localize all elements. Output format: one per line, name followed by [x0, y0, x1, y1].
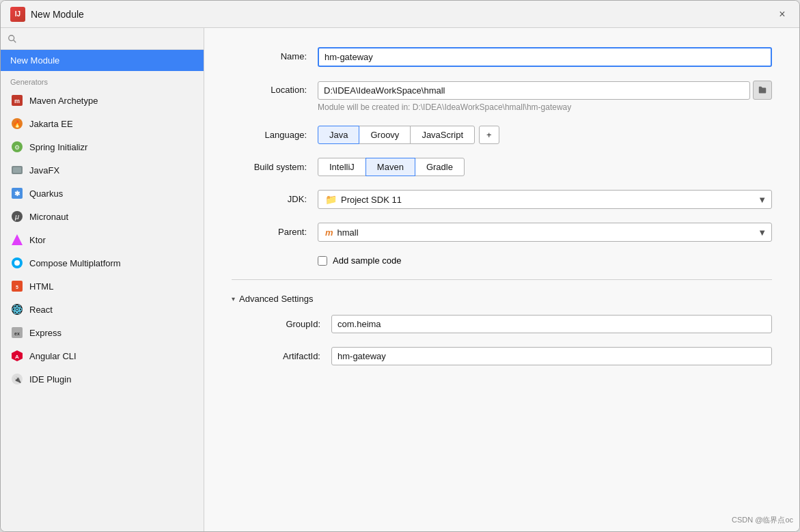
dialog-content: New Module Generators m Maven Archetype … — [1, 28, 799, 531]
language-row: Language: Java Groovy JavaScript + — [232, 126, 772, 144]
ktor-icon — [10, 233, 24, 247]
sidebar-item-jakarta-ee[interactable]: 🔥 Jakarta EE — [1, 112, 204, 135]
build-system-label: Build system: — [232, 158, 307, 172]
svg-line-1 — [14, 40, 16, 42]
sidebar-item-express[interactable]: ex Express — [1, 321, 204, 344]
sample-code-spacer — [232, 255, 307, 260]
search-input[interactable] — [20, 33, 197, 44]
jdk-value: Project SDK 11 — [341, 195, 402, 205]
chevron-down-icon: ▾ — [232, 295, 235, 303]
titlebar: IJ New Module × — [1, 1, 799, 28]
parent-row: Parent: m hmall ▼ — [232, 223, 772, 242]
sidebar-item-ktor[interactable]: Ktor — [1, 228, 204, 251]
add-sample-code-row: Add sample code — [318, 255, 772, 266]
jakarta-icon: 🔥 — [10, 117, 24, 130]
parent-dropdown[interactable]: m hmall ▼ — [318, 223, 772, 242]
language-java-button[interactable]: Java — [318, 126, 359, 144]
language-label: Language: — [232, 126, 307, 140]
svg-point-0 — [9, 35, 14, 40]
build-maven-button[interactable]: Maven — [365, 158, 415, 176]
svg-text:✱: ✱ — [14, 190, 20, 197]
svg-marker-14 — [12, 234, 23, 245]
name-input[interactable] — [318, 47, 772, 67]
sidebar-item-html[interactable]: 5 HTML — [1, 275, 204, 298]
parent-dropdown-display[interactable]: m hmall — [318, 223, 772, 242]
build-system-button-group: IntelliJ Maven Gradle — [318, 158, 772, 176]
sidebar-item-maven-archetype[interactable]: m Maven Archetype — [1, 89, 204, 112]
quarkus-icon: ✱ — [10, 186, 24, 200]
group-id-label: GroupId: — [245, 315, 320, 329]
jdk-dropdown[interactable]: 📁 Project SDK 11 ▼ — [318, 190, 772, 209]
artifact-id-input[interactable] — [331, 347, 772, 365]
svg-text:🔌: 🔌 — [14, 376, 22, 384]
add-sample-code-label: Add sample code — [333, 255, 401, 266]
language-groovy-button[interactable]: Groovy — [359, 126, 411, 144]
parent-label: Parent: — [232, 223, 307, 237]
jdk-dropdown-display[interactable]: 📁 Project SDK 11 — [318, 190, 772, 209]
sidebar-item-micronaut[interactable]: μ Micronaut — [1, 205, 204, 228]
svg-text:🔥: 🔥 — [13, 120, 22, 128]
sidebar-search-area — [1, 28, 204, 50]
sidebar-item-react[interactable]: React — [1, 298, 204, 321]
sidebar-item-javafx[interactable]: JavaFX — [1, 158, 204, 182]
location-row: Location: Module will be created in: D:\… — [232, 81, 772, 112]
svg-text:A: A — [15, 354, 19, 360]
sidebar-item-label: HTML — [29, 281, 53, 292]
spring-icon: ⚙ — [10, 140, 24, 154]
maven-parent-icon: m — [325, 227, 333, 238]
watermark: CSDN @临界点oc — [732, 515, 793, 525]
sidebar-item-ide-plugin[interactable]: 🔌 IDE Plugin — [1, 367, 204, 391]
advanced-settings-toggle[interactable]: ▾ Advanced Settings — [232, 294, 772, 304]
compose-icon — [10, 256, 24, 270]
sidebar-item-new-module[interactable]: New Module — [1, 50, 204, 71]
sidebar: New Module Generators m Maven Archetype … — [1, 28, 204, 531]
artifact-id-label: ArtifactId: — [245, 347, 320, 361]
advanced-section: GroupId: ArtifactId: — [232, 315, 772, 365]
section-divider — [232, 279, 772, 280]
artifact-id-control — [331, 347, 772, 365]
sidebar-item-label: JavaFX — [29, 165, 59, 176]
ide-plugin-icon: 🔌 — [10, 372, 24, 386]
sidebar-item-compose-multiplatform[interactable]: Compose Multiplatform — [1, 251, 204, 275]
jdk-row: JDK: 📁 Project SDK 11 ▼ — [232, 190, 772, 209]
sidebar-item-label: Ktor — [29, 235, 46, 245]
sidebar-items-list: m Maven Archetype 🔥 Jakarta EE ⚙ Spring … — [1, 89, 204, 531]
sdk-icon: 📁 — [325, 194, 337, 205]
react-icon — [10, 303, 24, 316]
app-icon: IJ — [10, 7, 25, 22]
sidebar-item-label: React — [29, 305, 53, 315]
sample-code-row: Add sample code — [232, 255, 772, 266]
name-row: Name: — [232, 47, 772, 67]
svg-text:⚙: ⚙ — [14, 144, 20, 151]
generators-label: Generators — [1, 71, 204, 89]
sidebar-item-label: Micronaut — [29, 212, 68, 222]
sidebar-item-spring-initializr[interactable]: ⚙ Spring Initializr — [1, 135, 204, 158]
express-icon: ex — [10, 326, 24, 339]
sidebar-item-quarkus[interactable]: ✱ Quarkus — [1, 182, 204, 205]
language-javascript-button[interactable]: JavaScript — [410, 126, 475, 144]
folder-browse-button[interactable] — [753, 81, 772, 100]
group-id-control — [331, 315, 772, 333]
svg-text:5: 5 — [16, 285, 18, 290]
parent-control: m hmall ▼ — [318, 223, 772, 242]
sidebar-item-label: Maven Archetype — [29, 96, 98, 106]
svg-point-23 — [16, 309, 18, 311]
location-input[interactable] — [318, 81, 750, 100]
html-icon: 5 — [10, 279, 24, 293]
language-button-group: Java Groovy JavaScript — [318, 126, 475, 144]
new-module-dialog: IJ New Module × New Module G — [0, 0, 800, 532]
close-button[interactable]: × — [775, 7, 790, 22]
sidebar-item-label: IDE Plugin — [29, 374, 71, 384]
micronaut-icon: μ — [10, 210, 24, 223]
language-add-button[interactable]: + — [479, 126, 499, 144]
group-id-input[interactable] — [331, 315, 772, 333]
sidebar-item-angular-cli[interactable]: A Angular CLI — [1, 344, 204, 367]
add-sample-code-checkbox[interactable] — [318, 256, 327, 266]
maven-icon: m — [10, 94, 24, 107]
location-control: Module will be created in: D:\IDEA\IdeaW… — [318, 81, 772, 112]
sidebar-item-label: Jakarta EE — [29, 119, 73, 129]
build-intellij-button[interactable]: IntelliJ — [318, 158, 366, 176]
build-gradle-button[interactable]: Gradle — [415, 158, 465, 176]
location-hint: Module will be created in: D:\IDEA\IdeaW… — [318, 102, 772, 112]
sample-code-control: Add sample code — [318, 255, 772, 266]
